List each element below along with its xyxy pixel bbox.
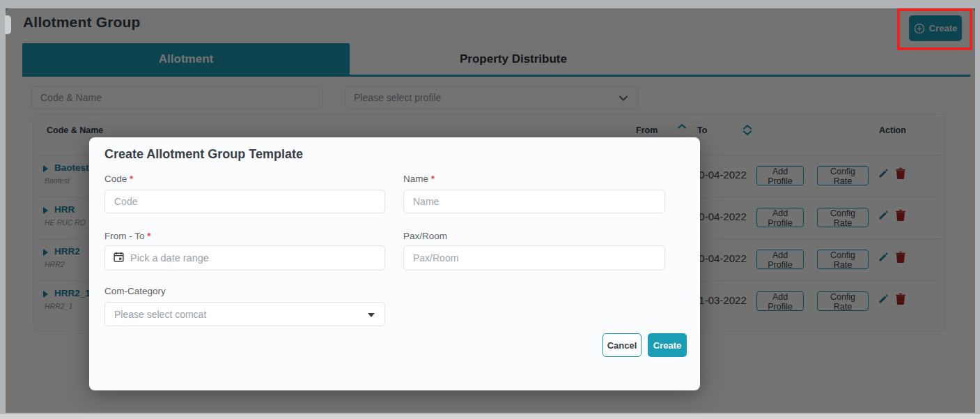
date-range-picker[interactable]: Pick a date range	[104, 245, 385, 271]
required-asterisk: *	[431, 174, 435, 184]
calendar-icon	[114, 252, 124, 265]
create-allotment-modal: Create Allotment Group Template Code * N…	[89, 137, 700, 390]
name-field-label: Name *	[403, 174, 435, 184]
dropdown-caret-icon	[368, 313, 375, 317]
name-field[interactable]	[403, 190, 665, 213]
com-category-select[interactable]: Please select comcat	[104, 302, 385, 326]
cancel-button[interactable]: Cancel	[602, 333, 641, 357]
modal-create-button[interactable]: Create	[648, 333, 687, 357]
required-asterisk: *	[130, 174, 133, 184]
com-category-field-label: Com-Category	[104, 286, 166, 296]
frame-bottom-strip	[0, 414, 980, 419]
modal-title: Create Allotment Group Template	[104, 147, 303, 162]
pax-room-field[interactable]	[403, 245, 665, 271]
date-range-placeholder: Pick a date range	[130, 252, 209, 264]
sidebar-drawer-handle[interactable]	[5, 15, 11, 34]
pax-room-field-label: Pax/Room	[403, 231, 447, 241]
from-to-field-label: From - To *	[104, 231, 151, 241]
required-asterisk: *	[147, 231, 150, 241]
com-category-placeholder: Please select comcat	[114, 309, 206, 320]
code-field[interactable]	[104, 190, 385, 213]
code-field-label: Code *	[104, 174, 133, 184]
